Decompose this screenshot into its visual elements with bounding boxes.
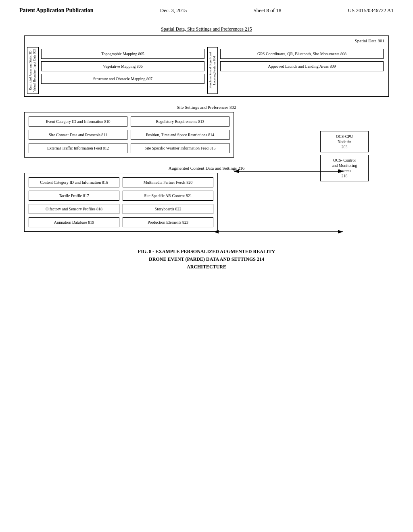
- spatial-outer-box: Spatial Data 801 Restricted Areas and St…: [24, 35, 389, 97]
- animation-db-box: Animation Database 819: [29, 217, 119, 227]
- tactile-profile-box: Tactile Profile 817: [29, 191, 119, 201]
- site-settings-grid: Event Category ID and Information 810 Re…: [29, 116, 229, 153]
- diagram-wrapper: Spatial Data, Site Settings and Preferen…: [24, 26, 389, 232]
- spatial-row: Restricted Areas and Static 3D Virtual B…: [27, 47, 386, 94]
- storyboards-box: Storyboards 822: [123, 204, 213, 214]
- benchmarks-text: Benchmarks and Significant Locating Feat…: [209, 52, 216, 89]
- page-content: Spatial Data, Site Settings and Preferen…: [0, 18, 413, 279]
- external-traffic-box: External Traffic Information Feed 812: [29, 143, 127, 153]
- topographic-mapping-box: Topographic Mapping 805: [41, 49, 204, 59]
- figure-caption: FIG. 8 - EXAMPLE PERSONALIZED AUGMENTED …: [24, 248, 389, 271]
- spatial-middle: Topographic Mapping 805 Vegetative Mappi…: [38, 47, 207, 94]
- regulatory-box: Regulatory Requirements 813: [131, 116, 229, 127]
- olfactory-box: Olfactory and Sensory Profiles 818: [29, 204, 119, 214]
- site-contact-box: Site Contact Data and Protocols 811: [29, 130, 127, 140]
- caption-line1: FIG. 8 - EXAMPLE PERSONALIZED AUGMENTED …: [24, 248, 389, 256]
- vegetative-mapping-box: Vegetative Mapping 806: [41, 61, 204, 71]
- header-sheet: Sheet 8 of 18: [253, 7, 281, 14]
- spatial-section-title: Spatial Data, Site Settings and Preferen…: [24, 26, 389, 32]
- structure-mapping-box: Structure and Obstacle Mapping 807: [41, 74, 204, 84]
- approved-launch-box: Approved Launch and Landing Areas 809: [220, 61, 384, 71]
- augmented-grid: Content Category ID and Information 816 …: [29, 177, 213, 227]
- page-header: Patent Application Publication Dec. 3, 2…: [0, 0, 413, 18]
- spatial-section: Spatial Data, Site Settings and Preferen…: [24, 26, 389, 97]
- ocs-cpu-box: OCS-CPU Node #n 203: [320, 131, 369, 152]
- augmented-box: Content Category ID and Information 816 …: [24, 173, 218, 232]
- multimedia-partner-box: Multimedia Partner Feeds 820: [123, 177, 213, 187]
- production-elements-box: Production Elements 823: [123, 217, 213, 227]
- site-weather-box: Site Specific Weather Information Feed 8…: [131, 143, 229, 153]
- site-specific-ar-box: Site Specific AR Content 821: [123, 191, 213, 201]
- header-date: Dec. 3, 2015: [160, 7, 187, 14]
- caption-line3: ARCHITECTURE: [24, 263, 389, 271]
- header-publication: Patent Application Publication: [19, 7, 94, 14]
- site-settings-title: Site Settings and Preferences 802: [24, 105, 389, 110]
- gps-coordinates-box: GPS Coordinates, QR, Bluetooth, Site Mon…: [220, 49, 384, 59]
- header-patent: US 2015/0346722 A1: [348, 7, 394, 14]
- restricted-areas-label: Restricted Areas and Static 3D Virtual B…: [27, 47, 38, 94]
- ocs-container: OCS-CPU Node #n 203 OCS- Control and Mon…: [320, 131, 369, 181]
- ocs-control-box: OCS- Control and Monitoring Systems 218: [320, 155, 369, 181]
- event-category-box: Event Category ID and Information 810: [29, 116, 127, 127]
- benchmarks-label: Benchmarks and Significant Locating Feat…: [207, 47, 218, 94]
- position-time-box: Position, Time and Space Restrictions 81…: [131, 130, 229, 140]
- caption-line2: DRONE EVENT (PARDE) DATA AND SETTINGS 21…: [24, 256, 389, 263]
- content-category-box: Content Category ID and Information 816: [29, 177, 119, 187]
- spatial-data-label: Spatial Data 801: [355, 38, 384, 43]
- site-settings-box: Event Category ID and Information 810 Re…: [24, 112, 234, 158]
- gps-col: GPS Coordinates, QR, Bluetooth, Site Mon…: [218, 47, 386, 94]
- restricted-areas-text: Restricted Areas and Static 3D Virtual B…: [29, 49, 36, 92]
